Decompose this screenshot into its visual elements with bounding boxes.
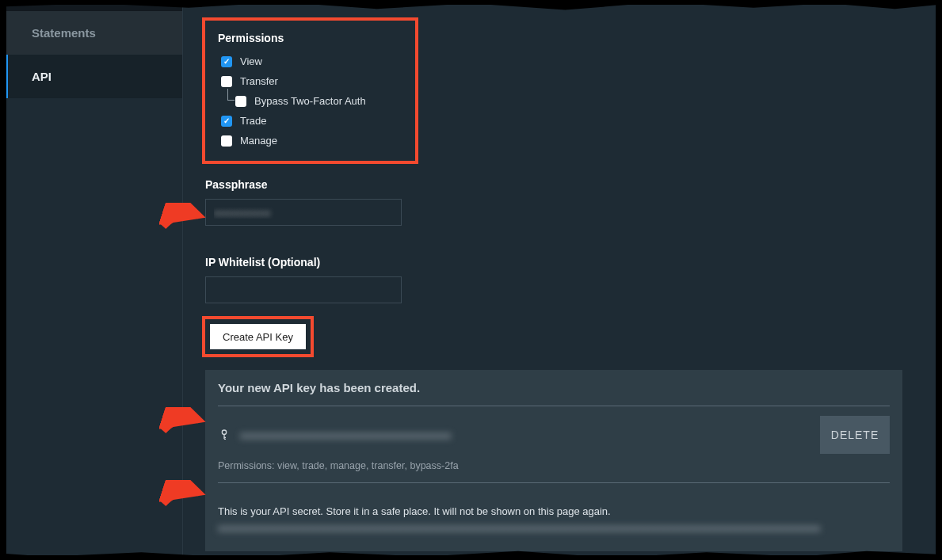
whitelist-block: IP Whitelist (Optional)	[205, 256, 937, 303]
key-icon	[218, 426, 231, 444]
app-window: Statements API Permissions View Transfer…	[5, 5, 937, 555]
permission-label: Transfer	[240, 75, 278, 87]
sidebar-item-label: API	[32, 70, 51, 83]
sidebar: Statements API	[5, 5, 183, 555]
api-key-value: xxxxxxxxxxxxxxxxxxxxxxxxxxxxxxxxxxxxxxxx…	[240, 429, 452, 441]
sidebar-item-statements[interactable]: Statements	[5, 11, 182, 55]
permission-view[interactable]: View	[221, 55, 402, 67]
passphrase-label: Passphrase	[205, 178, 937, 191]
permission-label: View	[240, 55, 262, 67]
permission-label: Manage	[240, 135, 277, 147]
permissions-section: Permissions View Transfer Bypass Two-Fac…	[205, 21, 415, 161]
create-button-wrap: Create API Key	[205, 319, 311, 354]
delete-api-key-button[interactable]: DELETE	[820, 416, 890, 454]
main-panel: Permissions View Transfer Bypass Two-Fac…	[183, 5, 937, 555]
api-secret-value: xxxxxxxxxxxxxxxxxxxxxxxxxxxxxxxxxxxxxxxx…	[218, 522, 890, 534]
divider	[218, 406, 890, 406]
permission-transfer[interactable]: Transfer	[221, 75, 402, 87]
secret-warning: This is your API secret. Store it in a s…	[218, 505, 890, 517]
sidebar-item-label: Statements	[32, 26, 96, 40]
checkbox-manage[interactable]	[221, 135, 232, 147]
whitelist-input[interactable]	[205, 276, 402, 303]
permission-label: Trade	[240, 115, 266, 127]
torn-edge-decoration	[936, 0, 942, 560]
permission-manage[interactable]: Manage	[221, 135, 402, 147]
api-key-row: xxxxxxxxxxxxxxxxxxxxxxxxxxxxxxxxxxxxxxxx…	[218, 416, 890, 454]
permission-bypass-2fa[interactable]: Bypass Two-Factor Auth	[235, 95, 402, 107]
passphrase-input[interactable]	[205, 199, 402, 226]
whitelist-label: IP Whitelist (Optional)	[205, 256, 937, 269]
api-key-result-panel: Your new API key has been created. xxxxx…	[205, 370, 902, 551]
checkbox-trade[interactable]	[221, 116, 232, 127]
result-permissions-line: Permissions: view, trade, manage, transf…	[218, 460, 890, 471]
checkbox-view[interactable]	[221, 56, 232, 67]
svg-point-0	[222, 430, 226, 434]
passphrase-block: Passphrase	[205, 178, 937, 226]
checkbox-transfer[interactable]	[221, 76, 232, 87]
divider	[218, 482, 890, 483]
torn-edge-decoration	[0, 0, 6, 560]
permission-label: Bypass Two-Factor Auth	[254, 95, 366, 107]
create-api-key-button[interactable]: Create API Key	[210, 324, 306, 349]
permission-trade[interactable]: Trade	[221, 115, 402, 127]
api-key-left: xxxxxxxxxxxxxxxxxxxxxxxxxxxxxxxxxxxxxxxx…	[218, 426, 452, 444]
sidebar-item-api[interactable]: API	[5, 55, 182, 98]
checkbox-bypass-2fa[interactable]	[235, 96, 246, 107]
permissions-title: Permissions	[218, 32, 402, 44]
result-title: Your new API key has been created.	[218, 381, 890, 394]
